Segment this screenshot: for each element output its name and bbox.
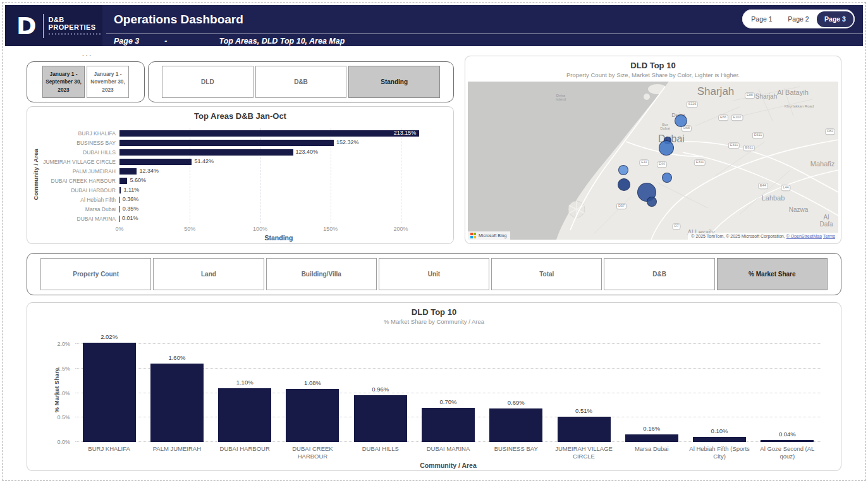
slicer-option-property-count[interactable]: Property Count [40, 258, 151, 290]
nav-page-1[interactable]: Page 1 [743, 11, 780, 27]
header-divider [106, 34, 863, 34]
nav-page-2[interactable]: Page 2 [780, 11, 817, 27]
value-label: 0.35% [123, 206, 139, 212]
road-shield-icon: E66 [718, 114, 728, 121]
value-label: 2.02% [75, 333, 143, 340]
bar[interactable] [558, 417, 611, 442]
slicer-option-january-1-november-30-2023[interactable]: January 1 - November 30, 2023 [87, 66, 129, 98]
value-label: 152.32% [336, 139, 359, 145]
bar-track: 5.60% [119, 176, 438, 185]
category-label: JUMEIRAH VILLAGE CIRCLE [551, 445, 616, 460]
road-shield-icon: E611 [743, 145, 755, 151]
slicer-option-standing[interactable]: Standing [348, 66, 440, 98]
road-shield-icon: S116 [687, 101, 698, 107]
category-label: DUBAI MARINA [35, 216, 119, 222]
slicer-option-d-b[interactable]: D&B [255, 66, 347, 98]
map-data-bubble[interactable] [647, 197, 657, 207]
map-data-bubble[interactable] [659, 140, 674, 156]
road-shield-icon: E311 [694, 159, 706, 166]
road-shield-icon: E611 [752, 132, 764, 138]
map-data-bubble[interactable] [618, 178, 630, 191]
map-data-bubble[interactable] [618, 165, 628, 175]
bar[interactable] [119, 159, 192, 165]
bar[interactable] [119, 130, 419, 137]
bar-group: 1.10% [211, 340, 279, 442]
map-data-bubble[interactable] [675, 114, 687, 127]
bar[interactable] [354, 395, 407, 442]
bar[interactable] [625, 434, 678, 442]
slicer-option-january-1-september-30-2023[interactable]: January 1 - September 30, 2023 [42, 66, 85, 98]
bar[interactable] [119, 168, 137, 175]
bar-track: 213.15% [119, 128, 438, 138]
road-shield-icon: D82 [825, 128, 835, 135]
map-place-label: Bur Dubai [660, 123, 670, 131]
map-title: DLD Top 10 [465, 61, 841, 70]
bar[interactable] [119, 178, 127, 184]
road-shield-icon: E88 [745, 92, 755, 99]
openstreetmap-link[interactable]: © OpenStreetMap [786, 234, 822, 238]
date-range-slicer: January 1 - September 30, 2023January 1 … [27, 61, 145, 102]
bar[interactable] [119, 197, 120, 203]
slicer-option-dld[interactable]: DLD [162, 66, 254, 98]
bar-group: 0.70% [414, 340, 482, 442]
road-shield-icon: D7 [672, 223, 680, 230]
bar[interactable] [119, 149, 293, 156]
bar[interactable] [119, 187, 121, 193]
terms-link[interactable]: Terms [823, 234, 835, 238]
bar[interactable] [119, 140, 334, 146]
table-row: DUBAI CREEK HARBOUR5.60% [35, 176, 438, 185]
value-label: 1.10% [211, 379, 279, 386]
bar[interactable] [119, 206, 120, 212]
bar-track: 0.35% [119, 204, 438, 214]
slicer-option-unit[interactable]: Unit [379, 258, 489, 290]
bing-map[interactable]: SharjahSharjahAl BatayihKhorfakkan RoadD… [468, 82, 838, 240]
slicer-option--market-share[interactable]: % Market Share [717, 258, 828, 290]
page-navigation: Page 1Page 2Page 3 [742, 9, 855, 28]
chart-subtitle: % Market Share by Community / Area [27, 318, 841, 325]
category-label: DUBAI HARBOUR [35, 187, 119, 193]
nav-page-3[interactable]: Page 3 [817, 11, 853, 27]
value-label: 213.15% [394, 130, 420, 136]
slicer-option-total[interactable]: Total [491, 258, 602, 290]
slicer-option-land[interactable]: Land [153, 258, 264, 290]
chart-title: Top Areas D&B Jan-Oct [27, 111, 453, 121]
bar[interactable] [119, 216, 120, 222]
x-tick-label: 150% [323, 226, 338, 232]
table-row: Marsa Dubai0.35% [35, 204, 438, 214]
value-label: 0.01% [122, 215, 138, 221]
category-label: DUBAI MARINA [415, 445, 480, 453]
road-shield-icon: D57 [616, 203, 627, 209]
bar[interactable] [83, 343, 136, 442]
y-tick-label: 1.5% [46, 365, 70, 372]
table-row: Al Hebiah Fifth0.36% [35, 195, 438, 204]
bar[interactable] [489, 408, 542, 442]
bar-track: 0.01% [119, 214, 438, 223]
chart-title: DLD Top 10 [27, 307, 841, 317]
bar[interactable] [150, 364, 204, 442]
road-shield-icon: E311 [728, 142, 740, 149]
map-place-label: Sharjah [697, 86, 735, 97]
table-row: BURJ KHALIFA213.15% [35, 128, 438, 138]
slicer-option-d-b[interactable]: D&B [604, 258, 714, 290]
value-label: 1.08% [279, 379, 346, 386]
bar-group: 1.60% [143, 340, 211, 442]
bar-group: 0.04% [754, 340, 821, 442]
category-label: BUSINESS BAY [484, 445, 549, 453]
y-tick-label: 2.0% [46, 341, 70, 347]
category-label: Al Hebiah Fifth (Sports City) [687, 445, 752, 460]
bar[interactable] [422, 408, 475, 442]
map-place-label: Al Batayih [777, 89, 809, 97]
bar[interactable] [218, 388, 271, 442]
metric-slicer: Property CountLandBuilding/VillaUnitTota… [27, 253, 841, 295]
bar[interactable] [286, 389, 339, 442]
bar[interactable] [761, 440, 814, 442]
bar-track: 51.42% [119, 157, 438, 166]
microsoft-logo-icon [470, 233, 476, 238]
map-data-bubble[interactable] [662, 173, 672, 183]
x-axis-ticks: 0%50%100%150%200% [119, 226, 438, 233]
visual-options-icon[interactable]: ··· [78, 52, 96, 58]
x-axis-labels: BURJ KHALIFAPALM JUMEIRAHDUBAI HARBOURDU… [75, 445, 821, 462]
bar[interactable] [693, 437, 746, 442]
slicer-option-building-villa[interactable]: Building/Villa [266, 258, 377, 290]
category-label: PALM JUMEIRAH [35, 168, 119, 175]
